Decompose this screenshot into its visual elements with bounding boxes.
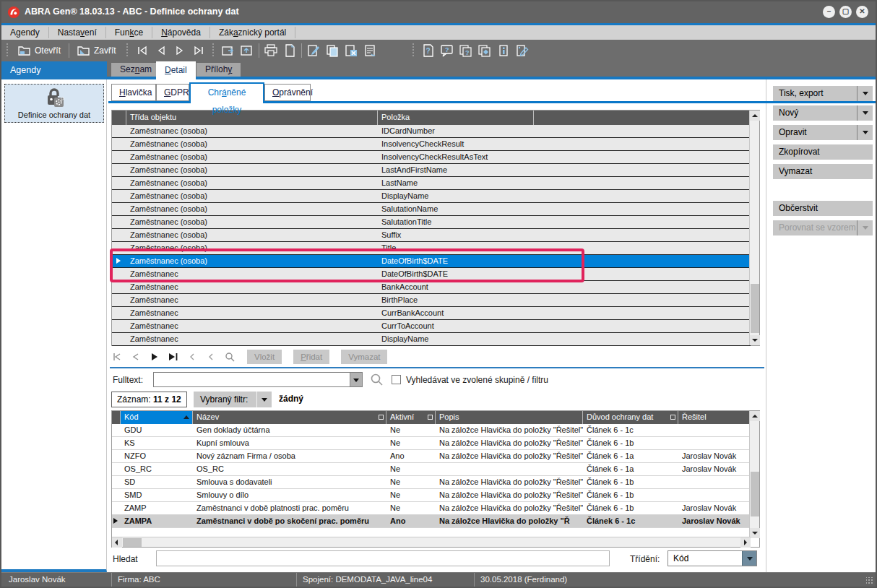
sort-select[interactable]: Kód [668, 550, 757, 566]
table-row[interactable]: ZAMP Zaměstnanci v době platnosti prac. … [112, 502, 751, 515]
table-row[interactable]: Zaměstnanec DisplayName [112, 333, 751, 346]
table-row[interactable]: GDU Gen doklady účtárna Ne Na záložce Hl… [112, 424, 751, 437]
edit-note-icon[interactable] [514, 42, 531, 59]
column-nazev[interactable]: Název [193, 411, 386, 424]
scroll-up-button[interactable] [750, 411, 760, 421]
table-row[interactable]: Zaměstnanec (osoba) InsolvencyCheckResul… [112, 151, 751, 164]
column-trida-objektu[interactable]: Třída objektu [126, 111, 378, 125]
column-options-icon[interactable] [379, 415, 384, 420]
collapse-icon[interactable] [186, 352, 198, 362]
table-row[interactable]: NZFO Nový záznam Firma / osoba Ano Na zá… [112, 450, 751, 463]
table-row[interactable]: Zaměstnanec (osoba) DisplayName [112, 190, 751, 203]
fulltext-input[interactable] [153, 372, 363, 387]
table-row[interactable]: Zaměstnanec (osoba) LastAndFirstName [112, 164, 751, 177]
new-button[interactable]: Nový [773, 105, 873, 121]
vertical-scrollbar[interactable] [749, 111, 759, 345]
table-row[interactable]: KS Kupní smlouva Ne Na záložce Hlavička … [112, 437, 751, 450]
menu-nastaveni[interactable]: Nastavení [49, 27, 106, 38]
tab-prilohy[interactable]: Přílohy [196, 63, 241, 77]
edit-button[interactable]: Opravit [773, 125, 873, 140]
nav-last-record-icon[interactable] [190, 42, 207, 59]
menu-funkce[interactable]: Funkce [106, 27, 152, 38]
collapse-all-icon[interactable] [205, 352, 217, 362]
menu-agendy[interactable]: Agendy [1, 27, 49, 38]
table-row[interactable]: ZAMPA Zaměstnanci v době po skočení prac… [112, 515, 751, 528]
column-options-icon[interactable] [428, 415, 433, 420]
info-icon[interactable] [495, 42, 512, 59]
table-row[interactable]: Zaměstnanec (osoba) SalutationName [112, 203, 751, 216]
tab-seznam[interactable]: Seznam [111, 63, 160, 77]
column-aktivni[interactable]: Aktivní [386, 411, 436, 424]
table-row[interactable]: Zaměstnanec (osoba) Title [112, 242, 751, 255]
view-log-icon[interactable] [361, 42, 379, 59]
table-row[interactable]: Zaměstnanec (osoba) LastName [112, 177, 751, 190]
help-icon[interactable]: ? [420, 42, 437, 59]
table-row[interactable]: Zaměstnanec (osoba) Suffix [112, 229, 751, 242]
vertical-scrollbar[interactable] [749, 411, 759, 538]
delete-record-icon[interactable] [342, 42, 360, 59]
goto-last-icon[interactable] [168, 352, 179, 362]
column-kod[interactable]: Kód [121, 411, 193, 424]
table-row[interactable]: Zaměstnanec CurrBankAccount [112, 307, 751, 320]
subtab-hlavicka[interactable]: Hlavička [111, 84, 156, 101]
scroll-right-button[interactable] [740, 537, 751, 548]
table-row[interactable]: OS_RC OS_RC Ne Článek 6 - 1a Jaroslav No… [112, 463, 751, 476]
scroll-down-button[interactable] [750, 335, 760, 345]
column-polozka[interactable]: Položka [378, 111, 534, 125]
scroll-left-button[interactable] [112, 537, 122, 548]
scroll-thumb[interactable] [123, 538, 142, 547]
table-row[interactable]: Zaměstnanec BankAccount [112, 281, 751, 294]
switch-window-icon[interactable] [220, 42, 237, 59]
sidebar-item-definice-ochrany-dat[interactable]: Definice ochrany dat [4, 84, 104, 123]
table-row[interactable]: Zaměstnanec BirthPlace [112, 294, 751, 307]
refresh-window-icon[interactable] [238, 42, 256, 59]
table-row[interactable]: Zaměstnanec CurrToAccount [112, 320, 751, 333]
new-document-icon[interactable] [281, 42, 298, 59]
scroll-thumb[interactable] [751, 284, 759, 333]
scroll-down-button[interactable] [750, 528, 760, 538]
table-row[interactable]: Zaměstnanec (osoba) DateOfBirth$DATE [112, 255, 751, 268]
edit-record-icon[interactable] [305, 42, 322, 59]
nav-next-record-icon[interactable] [171, 42, 189, 59]
goto-next-icon[interactable] [149, 352, 160, 362]
subtab-chranene-polozky[interactable]: Chráněné položky [189, 82, 264, 103]
subtab-opravneni[interactable]: Oprávnění [264, 84, 311, 101]
selected-filter-button[interactable]: Vybraný filtr: [194, 392, 272, 407]
menu-zakaznicky-portal[interactable]: Zákaznický portál [210, 27, 295, 38]
help-topics-icon[interactable]: ? [457, 42, 475, 59]
group-filter-checkbox[interactable] [392, 375, 401, 384]
context-help-icon[interactable]: ? [438, 42, 456, 59]
maximize-button[interactable]: ▢ [839, 6, 852, 18]
column-options-icon[interactable] [670, 415, 675, 420]
table-row[interactable]: SMD Smlouvy o dílo Ne Na záložce Hlavičk… [112, 489, 751, 502]
close-agenda-button[interactable]: Zavřít [72, 43, 122, 58]
scroll-thumb[interactable] [751, 472, 759, 516]
copy-button[interactable]: Zkopírovat [773, 144, 873, 160]
nav-first-record-icon[interactable] [134, 42, 151, 59]
goto-first-icon[interactable] [111, 352, 123, 362]
table-row[interactable]: Zaměstnanec (osoba) IDCardNumber [112, 125, 751, 138]
minimize-button[interactable]: – [823, 6, 835, 18]
resize-grip[interactable] [866, 577, 873, 584]
close-button[interactable]: ✕ [856, 6, 868, 18]
menu-napoveda[interactable]: Nápověda [152, 27, 210, 38]
refresh-button[interactable]: Občerstvit [773, 201, 873, 216]
subtab-gdpr[interactable]: GDPR [156, 84, 189, 101]
search-icon[interactable] [224, 352, 236, 362]
delete-button[interactable]: Vymazat [773, 164, 873, 179]
column-resitel[interactable]: Řešitel [678, 411, 751, 424]
table-row[interactable]: Zaměstnanec (osoba) InsolvencyCheckResul… [112, 138, 751, 151]
table-row[interactable]: Zaměstnanec DateOfBirth$DATE [112, 268, 751, 281]
horizontal-scrollbar[interactable] [112, 537, 751, 547]
scroll-up-button[interactable] [750, 111, 760, 121]
print-icon[interactable] [262, 42, 280, 59]
goto-prev-icon[interactable] [130, 352, 142, 362]
search-input[interactable] [156, 550, 610, 566]
open-agenda-button[interactable]: Otevřít [12, 43, 66, 58]
fulltext-dropdown-button[interactable] [350, 373, 362, 386]
column-duvod-ochrany-dat[interactable]: Důvod ochrany dat [583, 411, 678, 424]
tab-detail[interactable]: Detail [156, 61, 196, 79]
nav-prev-record-icon[interactable] [152, 42, 170, 59]
sort-dropdown-button[interactable] [742, 551, 756, 566]
print-export-button[interactable]: Tisk, export [773, 86, 873, 101]
